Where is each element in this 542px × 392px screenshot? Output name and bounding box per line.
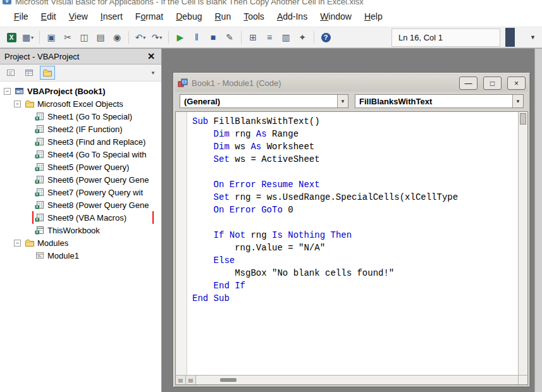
menu-run[interactable]: Run — [208, 8, 237, 25]
toolbox-icon[interactable]: ✦ — [295, 30, 310, 45]
panel-scroll-arrow-icon[interactable]: ▼ — [151, 70, 158, 76]
maximize-button[interactable]: □ — [483, 77, 502, 90]
tree-item-label: Sheet5 (Power Query) — [47, 162, 129, 172]
sheet-icon: X — [35, 175, 45, 184]
sheet-icon: X — [35, 112, 45, 121]
project-panel-title: Project - VBAProject — [4, 52, 144, 61]
tree-item-label: Module1 — [47, 251, 79, 260]
tree-item-module1[interactable]: Module1 — [0, 249, 161, 262]
toolbar-separator — [168, 31, 169, 44]
copy-icon[interactable]: ◫ — [77, 30, 92, 45]
code-window-body: Sub FillBlanksWithText() Dim rng As Rang… — [175, 111, 528, 375]
mdi-scrollbar[interactable] — [534, 49, 542, 392]
menu-debug[interactable]: Debug — [169, 8, 208, 25]
svg-text:X: X — [36, 129, 39, 133]
tree-item-label: Microsoft Excel Objects — [37, 99, 123, 109]
tree-item-sheet8-power-query-gene[interactable]: XSheet8 (Power Query Gene — [0, 199, 161, 211]
menu-file[interactable]: File — [8, 8, 35, 25]
menu-edit[interactable]: Edit — [35, 8, 63, 25]
code-editor[interactable]: Sub FillBlanksWithText() Dim rng As Rang… — [187, 112, 518, 375]
tree-item-microsoft-excel-objects[interactable]: −Microsoft Excel Objects — [0, 97, 161, 110]
menu-insert[interactable]: Insert — [94, 8, 129, 25]
menu-bar: FileEditViewInsertFormatDebugRunToolsAdd… — [0, 6, 542, 27]
tree-item-label: Sheet4 (Go To Special with — [47, 150, 147, 159]
cut-icon[interactable]: ✂ — [60, 30, 75, 45]
project-panel-close-button[interactable]: × — [144, 50, 159, 63]
code-window-title: Book1 - Module1 (Code) — [192, 78, 453, 88]
view-object-icon[interactable] — [22, 66, 37, 80]
tree-item-label: VBAProject (Book1) — [27, 87, 106, 96]
tree-item-sheet1-go-to-special[interactable]: XSheet1 (Go To Special) — [0, 110, 161, 123]
toolbar-overflow-button[interactable]: ▼ — [530, 34, 536, 40]
scrollbar-corner — [518, 376, 527, 384]
tree-item-label: Sheet2 (IF Function) — [47, 125, 123, 134]
code-window-titlebar[interactable]: Book1 - Module1 (Code) — □ × — [175, 75, 528, 92]
sheet-icon: X — [35, 200, 45, 209]
view-microsoft-excel-icon[interactable]: X — [4, 30, 19, 45]
tree-item-sheet7-powery-query-wit[interactable]: XSheet7 (Powery Query wit — [0, 186, 161, 199]
help-icon[interactable]: ? — [318, 30, 333, 45]
paste-icon[interactable]: ▤ — [93, 30, 108, 45]
menu-add-ins[interactable]: Add-Ins — [271, 8, 314, 25]
save-icon[interactable]: ▣ — [44, 30, 59, 45]
sheet-icon: X — [35, 188, 45, 197]
menu-format[interactable]: Format — [129, 8, 169, 25]
menu-view[interactable]: View — [63, 8, 94, 25]
properties-window-icon[interactable]: ≡ — [262, 30, 277, 45]
project-explorer-icon[interactable]: ⊞ — [245, 30, 261, 45]
vertical-scrollbar[interactable] — [518, 112, 527, 375]
reset-icon[interactable]: ■ — [206, 30, 221, 45]
object-dropdown[interactable]: (General) ▼ — [180, 94, 348, 108]
insert-userform-icon[interactable]: ▦▾ — [20, 30, 35, 45]
menu-tools[interactable]: Tools — [237, 8, 271, 25]
object-browser-icon[interactable]: ▥ — [278, 30, 293, 45]
horizontal-scrollbar-thumb[interactable] — [220, 378, 237, 382]
toolbar-separator — [128, 31, 129, 44]
workspace: Project - VBAProject × ▼ −VBAProject (Bo… — [0, 48, 542, 392]
vertical-scrollbar-thumb[interactable] — [520, 113, 526, 125]
full-module-view-button[interactable]: ▤ — [186, 376, 196, 384]
tree-expander-icon[interactable]: − — [4, 88, 11, 95]
menu-help[interactable]: Help — [358, 8, 389, 25]
view-code-icon[interactable] — [3, 66, 18, 80]
tree-item-sheet9-vba-macros[interactable]: XSheet9 (VBA Macros) — [0, 211, 161, 224]
tree-item-label: Sheet8 (Power Query Gene — [47, 200, 149, 210]
project-explorer-panel: Project - VBAProject × ▼ −VBAProject (Bo… — [0, 49, 162, 392]
object-dropdown-arrow-icon[interactable]: ▼ — [337, 95, 348, 107]
tree-item-sheet4-go-to-special-with[interactable]: XSheet4 (Go To Special with — [0, 148, 161, 161]
find-icon[interactable]: ◉ — [109, 30, 125, 45]
folder-icon — [25, 238, 35, 247]
break-icon[interactable]: ‖ — [189, 30, 204, 45]
tree-item-sheet2-if-function[interactable]: XSheet2 (IF Function) — [0, 123, 161, 135]
tree-item-label: Sheet7 (Powery Query wit — [47, 188, 143, 197]
procedure-dropdown-arrow-icon[interactable]: ▼ — [512, 95, 523, 107]
toolbar-scroll-thumb[interactable] — [505, 28, 515, 47]
minimize-button[interactable]: — — [459, 77, 477, 90]
svg-text:X: X — [36, 167, 39, 171]
menu-window[interactable]: Window — [314, 8, 358, 25]
procedure-dropdown[interactable]: FillBlanksWithText ▼ — [355, 94, 524, 108]
tree-expander-icon[interactable]: − — [14, 101, 21, 107]
code-margin — [176, 112, 187, 375]
app-titlebar[interactable]: V Microsoft Visual Basic for Application… — [0, 0, 542, 6]
svg-text:X: X — [36, 180, 39, 183]
redo-icon[interactable]: ↷▾ — [149, 30, 164, 45]
toggle-folders-icon[interactable] — [40, 66, 55, 80]
design-mode-icon[interactable]: ✎ — [222, 30, 237, 45]
sheet-icon: X — [35, 137, 45, 146]
tree-item-sheet6-power-query-gene[interactable]: XSheet6 (Power Query Gene — [0, 173, 161, 186]
procedure-view-button[interactable]: ▤ — [176, 376, 186, 384]
tree-item-modules[interactable]: −Modules — [0, 236, 161, 249]
tree-item-thisworkbook[interactable]: XThisWorkbook — [0, 224, 161, 236]
tree-expander-icon[interactable]: − — [14, 240, 21, 247]
tree-item-sheet5-power-query[interactable]: XSheet5 (Power Query) — [0, 161, 161, 173]
tree-item-vbaproject-book1[interactable]: −VBAProject (Book1) — [0, 85, 161, 97]
tree-item-sheet3-find-and-replace[interactable]: XSheet3 (Find and Replace) — [0, 135, 161, 148]
undo-icon[interactable]: ↶▾ — [133, 30, 148, 45]
close-button[interactable]: × — [507, 77, 526, 90]
run-sub-icon[interactable]: ▶ — [173, 30, 188, 45]
svg-text:X: X — [36, 217, 39, 221]
code-window-combos: (General) ▼ FillBlanksWithText ▼ — [175, 92, 528, 111]
horizontal-scrollbar[interactable] — [196, 376, 518, 384]
svg-text:V: V — [5, 0, 9, 4]
